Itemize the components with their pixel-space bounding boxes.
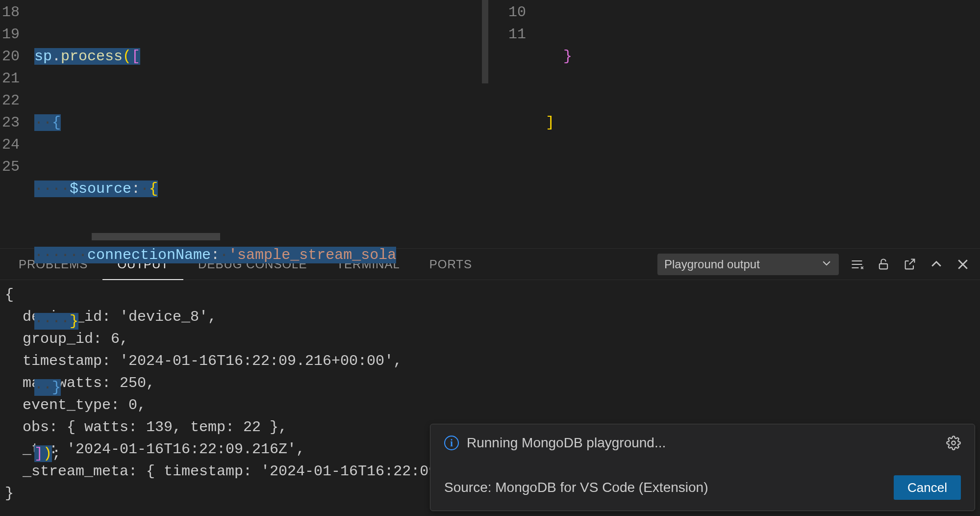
code-line[interactable]: sp.process([: [34, 46, 482, 68]
gear-icon[interactable]: [946, 436, 961, 450]
code-line[interactable]: ····$source:·{: [34, 178, 482, 200]
lock-open-icon[interactable]: [875, 256, 892, 273]
close-icon[interactable]: [955, 256, 971, 273]
editor-left-pane[interactable]: 18 19 20 21 22 23 24 25 sp.process([ ··{…: [0, 0, 482, 248]
token-identifier: sp: [34, 48, 52, 65]
code-line[interactable]: ]: [546, 112, 980, 134]
output-channel-label: Playground output: [664, 258, 760, 271]
code-line[interactable]: ··{: [34, 112, 482, 134]
line-number: 23: [0, 112, 34, 134]
chevron-up-icon[interactable]: [928, 256, 945, 273]
line-number: 20: [0, 46, 34, 68]
line-number: 18: [0, 1, 34, 24]
line-number: 22: [0, 90, 34, 112]
line-number: 11: [497, 24, 546, 46]
code-line[interactable]: ]);: [34, 443, 482, 465]
toast-source: Source: MongoDB for VS Code (Extension): [444, 480, 708, 495]
token-string: 'sample_stream_sola: [228, 247, 396, 263]
toast-footer: Source: MongoDB for VS Code (Extension) …: [444, 475, 961, 500]
token-function: process: [61, 48, 123, 65]
toast-title: Running MongoDB playground...: [467, 435, 666, 451]
svg-rect-0: [879, 263, 887, 269]
code-line[interactable]: ····}: [34, 310, 482, 333]
code-area[interactable]: sp.process([ ··{ ····$source:·{ ······co…: [34, 0, 482, 248]
editor-split: 18 19 20 21 22 23 24 25 sp.process([ ··{…: [0, 0, 980, 248]
chevron-down-icon: [821, 258, 832, 271]
svg-point-1: [952, 441, 955, 445]
line-number: 24: [0, 134, 34, 156]
toast-header: i Running MongoDB playground...: [444, 435, 961, 451]
line-number: 10: [497, 1, 546, 24]
line-number-gutter: 10 11: [482, 0, 546, 248]
token-key: $source: [70, 181, 131, 197]
editor-right-pane[interactable]: 10 11 } ]: [482, 0, 980, 248]
panel-toolbar: Playground output: [657, 254, 976, 275]
code-area[interactable]: } ]: [546, 0, 980, 248]
line-number-gutter: 18 19 20 21 22 23 24 25: [0, 0, 34, 248]
line-number: 19: [0, 24, 34, 46]
output-channel-select[interactable]: Playground output: [657, 254, 839, 275]
code-line[interactable]: [34, 509, 482, 516]
token-key: connectionName: [87, 247, 211, 263]
minimap-slider[interactable]: [482, 0, 488, 83]
code-line[interactable]: ······connectionName:·'sample_stream_sol…: [34, 244, 482, 266]
notification-toast: i Running MongoDB playground... Source: …: [430, 424, 975, 511]
cancel-button[interactable]: Cancel: [894, 475, 961, 500]
code-line[interactable]: ··}: [34, 377, 482, 399]
open-file-icon[interactable]: [902, 256, 918, 273]
code-line[interactable]: }: [546, 46, 980, 68]
clear-output-icon[interactable]: [849, 256, 865, 273]
line-number: 25: [0, 156, 34, 178]
info-icon: i: [444, 436, 459, 450]
line-number: 21: [0, 68, 34, 90]
horizontal-scrollbar[interactable]: [92, 233, 220, 240]
